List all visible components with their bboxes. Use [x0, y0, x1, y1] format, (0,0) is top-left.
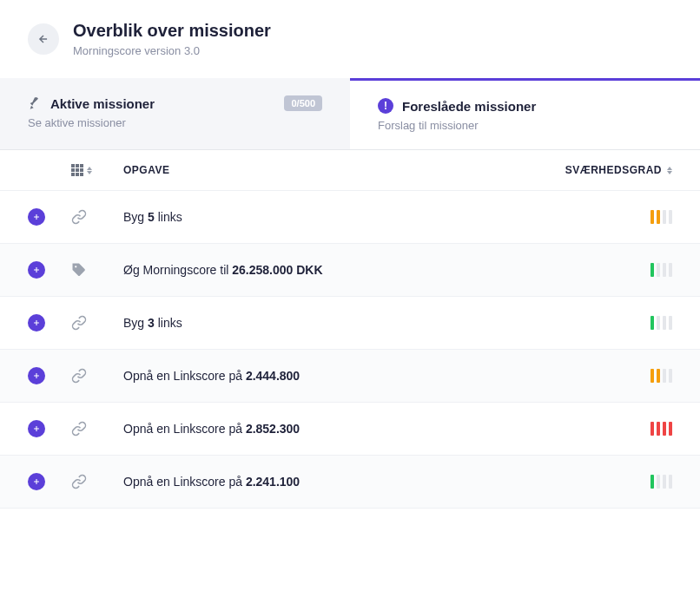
task-text: Opnå en Linkscore på 2.852.300: [123, 422, 650, 436]
table-body: Byg 5 links Øg Morningscore til 26.258.0…: [0, 191, 700, 509]
col-difficulty-header[interactable]: SVÆRHEDSGRAD: [565, 164, 672, 176]
table-row[interactable]: Opnå en Linkscore på 2.852.300: [0, 403, 700, 456]
col-add: [28, 314, 71, 332]
plus-icon: [32, 318, 41, 327]
table-header-row: OPGAVE SVÆRHEDSGRAD: [0, 150, 700, 191]
task-text: Byg 5 links: [123, 210, 650, 224]
difficulty-indicator: [650, 369, 672, 383]
plus-icon: [32, 371, 41, 380]
difficulty-indicator: [650, 316, 672, 330]
table-row[interactable]: Opnå en Linkscore på 2.241.100: [0, 456, 700, 509]
difficulty-indicator: [650, 422, 672, 436]
plus-icon: [32, 424, 41, 433]
tab-suggested-missions[interactable]: ! Foreslåede missioner Forslag til missi…: [350, 78, 700, 149]
add-mission-button[interactable]: [28, 473, 45, 490]
add-mission-button[interactable]: [28, 208, 45, 226]
difficulty-indicator: [650, 210, 672, 224]
plus-icon: [32, 213, 41, 221]
tab-subtitle: Se aktive missioner: [28, 116, 322, 129]
col-add: [28, 367, 71, 384]
col-add: [28, 208, 71, 226]
grid-icon: [71, 164, 83, 176]
col-type: [71, 315, 123, 331]
add-mission-button[interactable]: [28, 420, 45, 437]
sort-icon: [667, 167, 672, 174]
tab-active-missions[interactable]: Aktive missioner 0/500 Se aktive mission…: [0, 78, 350, 149]
link-icon: [71, 368, 87, 384]
mission-count-badge: 0/500: [284, 95, 322, 111]
table-row[interactable]: Byg 3 links: [0, 297, 700, 350]
link-icon: [71, 474, 87, 489]
col-add: [28, 473, 71, 490]
tab-header: Aktive missioner 0/500: [28, 95, 322, 111]
task-text: Opnå en Linkscore på 2.241.100: [123, 475, 650, 489]
svg-point-0: [75, 266, 76, 267]
link-icon: [71, 421, 87, 437]
table-row[interactable]: Øg Morningscore til 26.258.000 DKK: [0, 244, 700, 297]
alert-icon: !: [378, 98, 393, 114]
link-icon: [71, 315, 87, 331]
tab-header: ! Foreslåede missioner: [378, 98, 672, 114]
link-icon: [71, 209, 87, 225]
header-text-group: Overblik over missioner Morningscore ver…: [73, 21, 271, 57]
col-type: [71, 368, 123, 384]
col-add: [28, 261, 71, 279]
add-mission-button[interactable]: [28, 261, 45, 279]
task-text: Øg Morningscore til 26.258.000 DKK: [123, 263, 650, 277]
col-type-header[interactable]: [71, 164, 123, 176]
add-mission-button[interactable]: [28, 314, 45, 332]
difficulty-indicator: [650, 263, 672, 277]
tag-icon: [71, 262, 87, 278]
plus-icon: [32, 477, 41, 486]
tab-title: Aktive missioner: [50, 96, 155, 111]
page-title: Overblik over missioner: [73, 21, 271, 41]
col-type: [71, 421, 123, 437]
tab-subtitle: Forslag til missioner: [378, 119, 672, 132]
task-text: Byg 3 links: [123, 316, 650, 330]
table-row[interactable]: Opnå en Linkscore på 2.444.800: [0, 350, 700, 403]
page-subtitle: Morningscore version 3.0: [73, 44, 271, 57]
add-mission-button[interactable]: [28, 367, 45, 384]
task-text: Opnå en Linkscore på 2.444.800: [123, 369, 650, 383]
arrow-left-icon: [37, 33, 50, 45]
tabs-container: Aktive missioner 0/500 Se aktive mission…: [0, 78, 700, 150]
back-button[interactable]: [28, 23, 59, 55]
col-type: [71, 209, 123, 225]
table-row[interactable]: Byg 5 links: [0, 191, 700, 244]
page-header: Overblik over missioner Morningscore ver…: [0, 0, 700, 78]
tab-title: Foreslåede missioner: [402, 99, 536, 114]
plus-icon: [32, 266, 41, 274]
difficulty-indicator: [650, 475, 672, 489]
rocket-icon: [28, 96, 42, 110]
col-task-header[interactable]: OPGAVE: [123, 164, 565, 176]
sort-icon: [87, 167, 92, 174]
col-type: [71, 262, 123, 278]
difficulty-label: SVÆRHEDSGRAD: [565, 164, 662, 176]
col-add: [28, 420, 71, 437]
col-type: [71, 474, 123, 489]
